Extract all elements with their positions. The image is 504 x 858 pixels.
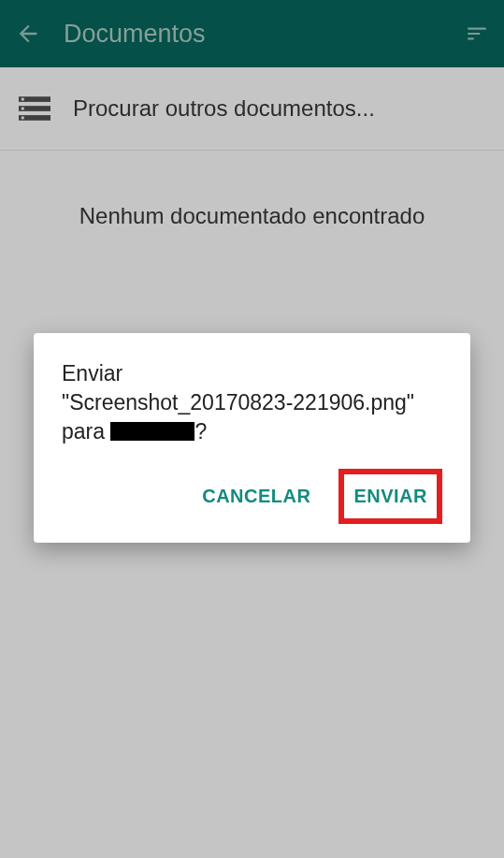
dialog-text-filename: "Screenshot_20170823-221906.png" <box>62 390 414 414</box>
dialog-text-suffix: ? <box>194 419 207 444</box>
dialog-text-prefix: para <box>62 419 110 444</box>
dialog-message: Enviar "Screenshot_20170823-221906.png" … <box>62 359 442 446</box>
dialog-actions: CANCELAR ENVIAR <box>62 469 442 524</box>
cancel-button[interactable]: CANCELAR <box>196 476 316 516</box>
redacted-recipient <box>110 422 194 441</box>
send-button[interactable]: ENVIAR <box>350 478 431 515</box>
send-button-highlight: ENVIAR <box>338 469 442 524</box>
dialog-text-line1: Enviar <box>62 361 122 385</box>
send-confirmation-dialog: Enviar "Screenshot_20170823-221906.png" … <box>34 333 470 543</box>
